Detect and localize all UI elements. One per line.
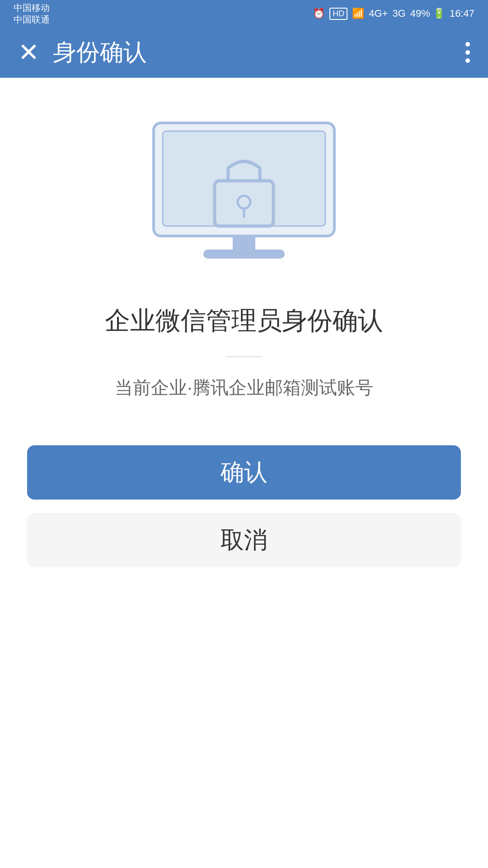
status-icons: ⏰ HD 📶 4G+ 3G 49% 🔋 16:47 [313, 8, 474, 20]
page-subtitle: 当前企业·腾讯企业邮箱测试账号 [115, 375, 373, 400]
carrier-info: 中国移动 中国联通 [14, 2, 50, 25]
carrier-1: 中国移动 [14, 2, 50, 14]
status-bar: 中国移动 中国联通 ⏰ HD 📶 4G+ 3G 49% 🔋 16:47 [0, 0, 488, 27]
monitor-lock-svg [140, 114, 348, 268]
battery-icon: 49% 🔋 [410, 8, 445, 19]
cancel-button[interactable]: 取消 [27, 513, 461, 567]
alarm-icon: ⏰ [313, 8, 325, 19]
carrier-2: 中国联通 [14, 14, 50, 25]
signal-3g-icon: 3G [392, 8, 405, 19]
svg-rect-5 [233, 235, 255, 251]
main-content: 企业微信管理员身份确认 当前企业·腾讯企业邮箱测试账号 确认 取消 [0, 78, 488, 594]
time-display: 16:47 [450, 8, 474, 19]
title-divider [226, 356, 262, 357]
more-menu-button[interactable] [465, 42, 470, 63]
confirm-button[interactable]: 确认 [27, 445, 461, 500]
svg-rect-6 [203, 250, 285, 259]
monitor-illustration [140, 114, 348, 268]
cancel-button-label: 取消 [221, 524, 267, 556]
app-bar: ✕ 身份确认 [0, 27, 488, 78]
wifi-icon: 📶 [352, 8, 364, 19]
close-button[interactable]: ✕ [18, 40, 39, 65]
signal-4g-icon: 4G+ [369, 8, 388, 19]
page-title: 企业微信管理员身份确认 [105, 304, 383, 338]
app-bar-title: 身份确认 [53, 37, 147, 68]
hd-icon: HD [329, 8, 347, 20]
confirm-button-label: 确认 [221, 457, 267, 488]
app-bar-left: ✕ 身份确认 [18, 37, 147, 68]
